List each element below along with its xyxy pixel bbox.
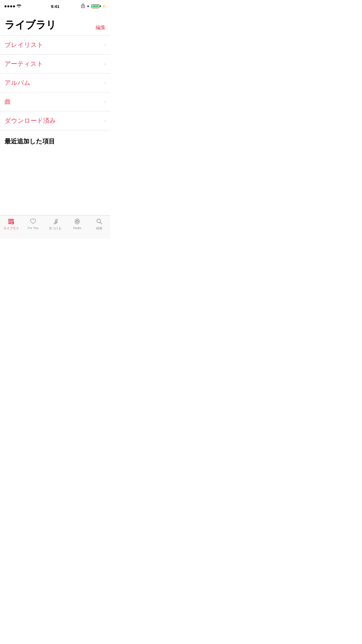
tab-for-you-label: For You bbox=[28, 226, 38, 230]
recent-section-header: 最近追加した項目 bbox=[0, 130, 110, 149]
svg-rect-3 bbox=[8, 220, 14, 221]
charge-icon: ⚡ bbox=[102, 5, 106, 8]
menu-item-playlists-label: プレイリスト bbox=[5, 41, 44, 49]
tab-bar: ライブラリ For You 見つける Radio bbox=[0, 215, 110, 239]
tab-browse[interactable]: 見つける bbox=[47, 218, 64, 231]
menu-item-downloaded-label: ダウンロード済み bbox=[5, 117, 56, 125]
chevron-right-icon: › bbox=[104, 61, 106, 66]
tab-radio[interactable]: Radio bbox=[69, 218, 86, 230]
battery-fill bbox=[92, 5, 98, 7]
svg-rect-2 bbox=[8, 219, 14, 220]
search-tab-icon bbox=[96, 218, 103, 225]
status-left bbox=[5, 4, 21, 8]
svg-line-12 bbox=[100, 222, 102, 224]
tab-library-label: ライブラリ bbox=[3, 226, 19, 231]
page-header: ライブラリ 編集 bbox=[0, 12, 110, 35]
menu-item-albums-label: アルバム bbox=[5, 79, 31, 87]
battery-indicator: ⚡ bbox=[91, 4, 106, 8]
tab-search-label: 検索 bbox=[96, 226, 102, 231]
tab-browse-label: 見つける bbox=[49, 226, 61, 231]
wifi-icon bbox=[17, 4, 21, 8]
edit-button[interactable]: 編集 bbox=[96, 23, 106, 32]
svg-rect-5 bbox=[8, 223, 12, 224]
menu-item-artists[interactable]: アーティスト › bbox=[0, 55, 110, 74]
tab-search[interactable]: 検索 bbox=[91, 218, 108, 231]
recent-section-title: 最近追加した項目 bbox=[5, 138, 55, 145]
library-tab-icon bbox=[7, 218, 15, 225]
signal-dot-2 bbox=[7, 5, 9, 7]
status-right: ✦ ⚡ bbox=[81, 4, 106, 9]
battery-tip bbox=[100, 5, 101, 7]
browse-tab-icon bbox=[51, 218, 59, 225]
chevron-right-icon: › bbox=[104, 118, 106, 123]
radio-tab-icon bbox=[74, 218, 81, 225]
lock-icon bbox=[81, 4, 85, 9]
signal-dot-1 bbox=[5, 5, 7, 7]
for-you-tab-icon bbox=[29, 218, 37, 225]
svg-point-6 bbox=[12, 223, 13, 225]
menu-item-playlists[interactable]: プレイリスト › bbox=[0, 36, 110, 55]
menu-item-artists-label: アーティスト bbox=[5, 60, 43, 68]
menu-item-downloaded[interactable]: ダウンロード済み › bbox=[0, 111, 110, 130]
chevron-right-icon: › bbox=[104, 80, 106, 85]
signal-dot-4 bbox=[13, 5, 15, 7]
tab-library[interactable]: ライブラリ bbox=[3, 218, 20, 231]
signal-dots bbox=[5, 5, 15, 7]
menu-item-songs-label: 曲 bbox=[5, 98, 11, 106]
page-title: ライブラリ bbox=[5, 18, 56, 32]
tab-for-you[interactable]: For You bbox=[25, 218, 42, 230]
menu-item-albums[interactable]: アルバム › bbox=[0, 74, 110, 92]
svg-point-7 bbox=[13, 223, 14, 224]
menu-list: プレイリスト › アーティスト › アルバム › 曲 › ダウンロード済み › bbox=[0, 35, 110, 130]
status-time: 9:41 bbox=[51, 4, 59, 9]
bluetooth-icon: ✦ bbox=[87, 4, 90, 8]
battery-body bbox=[91, 4, 99, 8]
main-content: ライブラリ 編集 プレイリスト › アーティスト › アルバム › 曲 › ダウ… bbox=[0, 12, 110, 215]
svg-point-10 bbox=[76, 221, 78, 222]
tab-radio-label: Radio bbox=[73, 226, 81, 230]
status-bar: 9:41 ✦ ⚡ bbox=[0, 0, 110, 12]
signal-dot-3 bbox=[10, 5, 12, 7]
chevron-right-icon: › bbox=[104, 99, 106, 104]
menu-item-songs[interactable]: 曲 › bbox=[0, 92, 110, 111]
svg-point-1 bbox=[83, 6, 83, 7]
chevron-right-icon: › bbox=[104, 42, 106, 48]
